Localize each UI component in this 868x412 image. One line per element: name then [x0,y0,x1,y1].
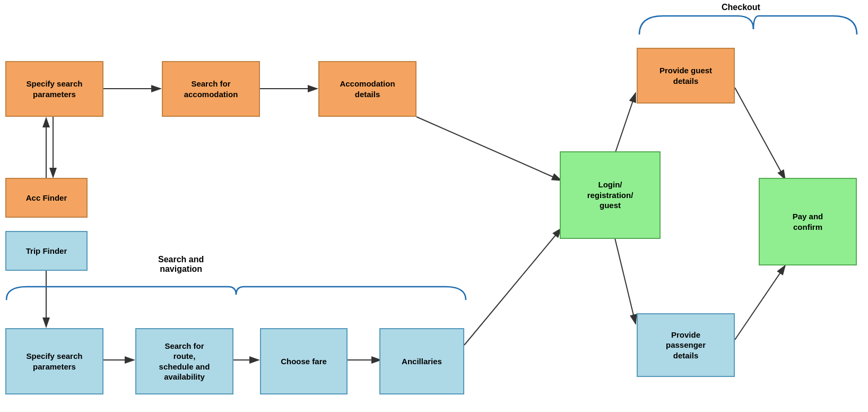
provide-guest-box: Provide guestdetails [637,48,735,104]
svg-line-15 [735,265,785,340]
choose-fare-box: Choose fare [260,328,348,394]
svg-line-10 [416,117,561,181]
search-accom-label: Search foraccomodation [184,79,238,99]
choose-fare-label: Choose fare [281,356,327,367]
provide-passenger-box: Providepassengerdetails [637,313,735,377]
specify-search-top-box: Specify search parameters [5,61,103,117]
login-reg-label: Login/registration/guest [587,179,633,211]
login-reg-box: Login/registration/guest [560,151,661,239]
specify-search-bottom-box: Specify searchparameters [5,328,103,394]
provide-guest-label: Provide guestdetails [659,65,712,86]
checkout-label: Checkout [722,3,760,12]
specify-search-bottom-label: Specify searchparameters [27,351,83,372]
trip-finder-box: Trip Finder [5,231,88,271]
provide-passenger-label: Providepassengerdetails [666,330,706,361]
pay-confirm-label: Pay andconfirm [793,211,823,232]
ancillaries-label: Ancillaries [402,356,442,367]
search-route-label: Search forroute,schedule andavailability [159,341,210,382]
svg-line-14 [735,88,785,179]
ancillaries-box: Ancillaries [379,328,464,394]
search-route-box: Search forroute,schedule andavailability [135,328,233,394]
diagram-container: Checkout Search andnavigation Specify se… [0,0,868,412]
accom-details-box: Accomodationdetails [318,61,416,117]
acc-finder-label: Acc Finder [26,193,67,203]
search-accom-box: Search foraccomodation [162,61,260,117]
specify-search-top-label: Specify search parameters [11,79,98,99]
accom-details-label: Accomodationdetails [340,79,395,99]
svg-line-11 [464,228,561,345]
trip-finder-label: Trip Finder [26,246,67,256]
acc-finder-box: Acc Finder [5,178,88,218]
search-nav-label: Search andnavigation [158,255,204,274]
pay-confirm-box: Pay andconfirm [759,178,857,265]
